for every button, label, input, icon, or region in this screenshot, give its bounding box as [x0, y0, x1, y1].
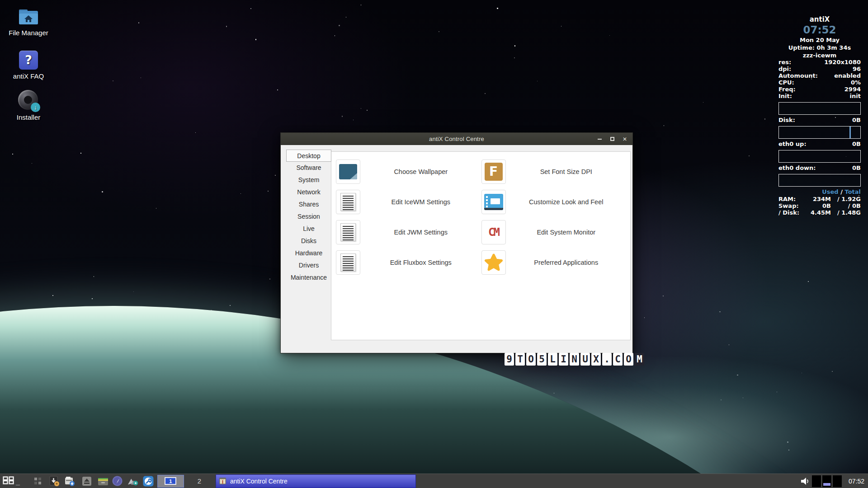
- workspace-2-button[interactable]: 2: [188, 475, 211, 488]
- edit-system-monitor-button[interactable]: CM: [481, 220, 506, 244]
- customize-look-and-feel-label[interactable]: Customize Look and Feel: [506, 198, 627, 206]
- desktop-icon-file-manager[interactable]: File Manager: [2, 8, 55, 37]
- task-button-label: antiX Control Centre: [230, 478, 288, 485]
- tab-desktop[interactable]: Desktop: [286, 150, 331, 162]
- set-font-size-dpi-label[interactable]: Set Font Size DPI: [506, 168, 627, 175]
- tab-system[interactable]: System: [286, 174, 331, 186]
- question-icon: ?: [19, 51, 38, 70]
- conky-stat-row: Freq:2994: [778, 86, 861, 93]
- installer-disc-icon: ↓: [18, 90, 39, 111]
- eject-media-icon[interactable]: [81, 476, 92, 487]
- tab-shares[interactable]: Shares: [286, 198, 331, 211]
- volume-icon[interactable]: [800, 476, 811, 487]
- conky-stat-row: Automount:enabled: [778, 72, 861, 79]
- text-file-icon: [340, 193, 356, 211]
- desktop-icon-installer[interactable]: ↓ Installer: [2, 90, 55, 121]
- edit-fluxbox-settings-label[interactable]: Edit Fluxbox Settings: [360, 259, 481, 266]
- desktop-icon-label: Installer: [2, 113, 55, 121]
- desktop-icon-label: File Manager: [2, 29, 55, 37]
- folder-home-icon: [2, 8, 55, 26]
- watermark-tile: O: [624, 353, 633, 366]
- edit-jwm-settings-label[interactable]: Edit JWM Settings: [360, 229, 481, 236]
- conky-stat-row: CPU:0%: [778, 79, 861, 86]
- icewm-menu-button[interactable]: _: [0, 474, 23, 488]
- conky-eth0-down-graph: [778, 174, 861, 187]
- window-title: antiX Control Centre: [429, 136, 484, 142]
- tab-software[interactable]: Software: [286, 162, 331, 174]
- file-cabinet-icon[interactable]: [98, 476, 108, 487]
- workspace-1-button[interactable]: 1: [157, 475, 184, 488]
- conky-ram-row: RAM:234M/ 1.92G: [778, 196, 861, 202]
- conky-uptime: Uptime: 0h 3m 34s: [778, 44, 861, 51]
- watermark-tile: O: [526, 353, 536, 366]
- desktop-icon-antix-faq[interactable]: ? antiX FAQ: [2, 51, 55, 80]
- watermark-tile: I: [559, 353, 568, 366]
- minimize-button[interactable]: [596, 136, 603, 142]
- look-and-feel-icon: [484, 194, 503, 210]
- conky-cpu-graph: [778, 102, 861, 115]
- file-manager-taskbar-icon[interactable]: [64, 476, 75, 487]
- maximize-button[interactable]: [609, 136, 615, 142]
- conky-stat-row: dpi:96: [778, 66, 861, 72]
- set-font-size-dpi-button[interactable]: F: [481, 160, 506, 184]
- desktop-tab-panel: Choose Wallpaper F Set Font Size DPI Edi…: [331, 151, 631, 340]
- edit-icewm-settings-button[interactable]: [336, 190, 360, 214]
- edit-fluxbox-settings-button[interactable]: [336, 250, 360, 275]
- package-installer-icon[interactable]: [49, 476, 60, 487]
- edit-icewm-settings-label[interactable]: Edit IceWM Settings: [360, 198, 481, 206]
- conky-clock: 07:52: [778, 24, 861, 36]
- choose-wallpaper-label[interactable]: Choose Wallpaper: [360, 168, 481, 175]
- memory-monitor-applet[interactable]: [833, 475, 842, 487]
- tab-drivers[interactable]: Drivers: [286, 259, 331, 272]
- conky-disk-graph: [778, 126, 861, 139]
- conky-host-title: antiX: [778, 15, 861, 23]
- choose-wallpaper-button[interactable]: [336, 160, 360, 184]
- conky-stat-row: res:868x488: [778, 59, 861, 66]
- watermark-tile: L: [548, 353, 557, 366]
- conky-stat-row: Init:init: [778, 93, 861, 99]
- tab-session[interactable]: Session: [286, 211, 331, 223]
- conky-eth0-up-graph: [778, 150, 861, 163]
- watermark-tile: C: [613, 353, 623, 366]
- tab-live[interactable]: Live: [286, 223, 331, 235]
- taskbar: _: [0, 474, 868, 488]
- watermark-tile: U: [580, 353, 590, 366]
- web-browser-compass-icon[interactable]: [112, 476, 123, 487]
- download-arrow-badge: ↓: [31, 103, 40, 112]
- tab-hardware[interactable]: Hardware: [286, 247, 331, 259]
- network-monitor-applet[interactable]: [822, 475, 831, 487]
- show-desktop-icon[interactable]: [33, 476, 43, 487]
- watermark-tile: T: [515, 353, 525, 366]
- edit-system-monitor-label[interactable]: Edit System Monitor: [506, 229, 627, 236]
- watermark-tile: M: [635, 353, 644, 366]
- tab-maintenance[interactable]: Maintenance: [286, 272, 331, 284]
- system-monitor-icon: CM: [488, 225, 499, 239]
- workspace-1-window-icon: 1: [165, 477, 176, 485]
- tab-network[interactable]: Network: [286, 186, 331, 198]
- window-titlebar[interactable]: antiX Control Centre ✕: [281, 133, 632, 145]
- cpu-monitor-applet[interactable]: [812, 475, 821, 487]
- photo-settings-icon[interactable]: [127, 476, 138, 487]
- control-centre-taskbar-icon[interactable]: [143, 476, 154, 487]
- desktop-root: File Manager ? antiX FAQ ↓ Installer ant…: [0, 0, 868, 488]
- font-dpi-icon: F: [485, 163, 503, 181]
- task-button-antix-control-centre[interactable]: antiX Control Centre: [216, 474, 416, 488]
- conky-used-total-legend: Used / Total: [778, 188, 861, 196]
- close-button[interactable]: ✕: [622, 136, 628, 142]
- customize-look-and-feel-button[interactable]: [481, 190, 506, 214]
- watermark-tile: 9: [505, 353, 514, 366]
- edit-jwm-settings-button[interactable]: [336, 220, 360, 244]
- network-activity-bar: [823, 483, 830, 486]
- conky-date: Mon 20 May: [778, 37, 861, 43]
- conky-eth0-up-row: eth0 up:0B: [778, 141, 861, 147]
- preferred-applications-label[interactable]: Preferred Applications: [506, 259, 627, 266]
- text-file-icon: [340, 223, 356, 241]
- conky-swap-row: Swap:0B/ 0B: [778, 202, 861, 209]
- antix-control-centre-window: antiX Control Centre ✕ Desktop Software …: [280, 132, 633, 353]
- preferred-applications-button[interactable]: [481, 250, 506, 275]
- conky-rootdisk-row: / Disk:4.45M/ 1.48G: [778, 209, 861, 216]
- conky-eth0-down-row: eth0 down:0B: [778, 164, 861, 171]
- tab-disks[interactable]: Disks: [286, 235, 331, 247]
- watermark-tile: N: [570, 353, 579, 366]
- conky-session: zzz-icewm: [778, 52, 861, 59]
